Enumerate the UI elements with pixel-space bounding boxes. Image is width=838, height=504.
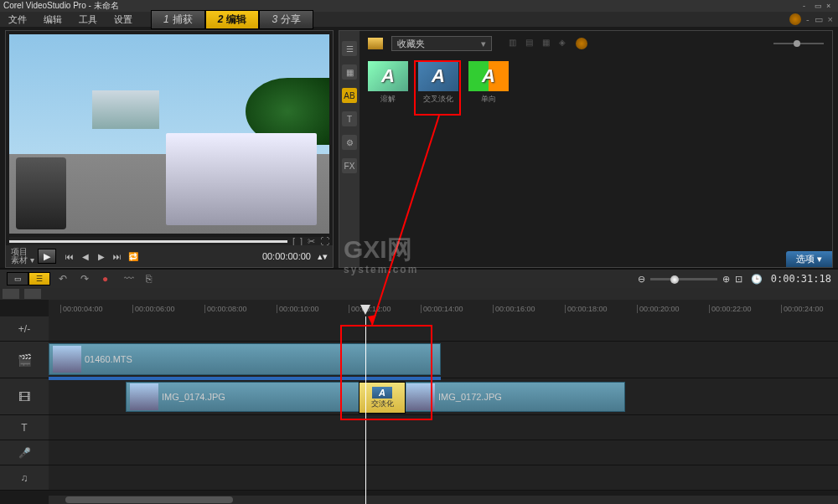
track-label-eye[interactable]: +/- bbox=[0, 316, 49, 342]
tl-hdr-btn-1[interactable] bbox=[3, 289, 19, 299]
timecode: 00:00:00:00 bbox=[262, 251, 311, 262]
goto-start-button[interactable]: ⏮ bbox=[63, 249, 76, 263]
folder-icon[interactable] bbox=[368, 38, 383, 49]
step-capture[interactable]: 1捕获 bbox=[151, 10, 205, 29]
filter-tab[interactable]: FX bbox=[342, 158, 357, 173]
max-icon[interactable]: ▭ bbox=[815, 2, 823, 10]
lib-gear-icon[interactable] bbox=[576, 38, 587, 49]
title-tab[interactable]: T bbox=[342, 111, 357, 126]
music-track[interactable] bbox=[49, 465, 838, 491]
goto-end-button[interactable]: ⏭ bbox=[111, 249, 124, 263]
video-track[interactable]: 01460.MTS bbox=[49, 342, 838, 378]
prev-frame-button[interactable]: ◀ bbox=[79, 249, 92, 263]
preview-panel: []✂⛶ 项目素材 ▾ ▶ ⏮ ◀ ▶ ⏭ 🔁 00:00:00:00▴▾ bbox=[5, 30, 334, 268]
audio-button[interactable]: 〰 bbox=[124, 273, 137, 285]
tl-hdr-btn-2[interactable] bbox=[24, 289, 41, 299]
app-title: Corel VideoStudio Pro - 未命名 bbox=[3, 0, 119, 12]
max2-icon[interactable]: ▭ bbox=[815, 14, 823, 25]
clip-video-label: 01460.MTS bbox=[85, 354, 132, 364]
lib-icon-2[interactable]: ▤ bbox=[525, 38, 537, 49]
media-tab[interactable]: ☰ bbox=[342, 41, 357, 56]
voice-track[interactable] bbox=[49, 440, 838, 465]
clip-ov2-label: IMG_0172.JPG bbox=[438, 392, 502, 402]
instant-tab[interactable]: ▦ bbox=[342, 64, 357, 80]
playhead[interactable] bbox=[365, 316, 366, 504]
menu-file[interactable]: 文件 bbox=[0, 13, 35, 26]
library-panel: ☰ ▦ AB T ⚙ FX 收藏夹 ▥ ▤ ▦ ◈ A溶解 bbox=[339, 30, 833, 268]
step-edit[interactable]: 2编辑 bbox=[205, 10, 260, 29]
h-scrollbar[interactable] bbox=[49, 496, 838, 504]
titlebar: Corel VideoStudio Pro - 未命名 - ▭ × bbox=[0, 0, 838, 12]
trans-thumb-single[interactable]: A单向 bbox=[468, 61, 509, 105]
tc-stepper[interactable]: ▴▾ bbox=[318, 251, 328, 262]
overlay-track[interactable]: IMG_0174.JPG IMG_0172.JPG A 交淡化 bbox=[49, 378, 838, 415]
clip-video[interactable]: 01460.MTS bbox=[49, 343, 441, 375]
scrub-bar[interactable]: []✂⛶ bbox=[9, 237, 329, 245]
storyboard-view-button[interactable]: ▭ bbox=[7, 272, 28, 285]
step-share[interactable]: 3分享 bbox=[259, 10, 313, 29]
repeat-button[interactable]: 🔁 bbox=[127, 249, 140, 263]
thumb-size-slider[interactable] bbox=[773, 43, 824, 44]
title-track[interactable] bbox=[49, 415, 838, 440]
timeline-view-button[interactable]: ☰ bbox=[28, 272, 50, 285]
project-duration: 0:00:31:18 bbox=[771, 273, 831, 285]
redo-button[interactable]: ↷ bbox=[80, 273, 94, 285]
step-tabs: 1捕获 2编辑 3分享 bbox=[151, 10, 313, 29]
gear-icon[interactable] bbox=[789, 13, 801, 25]
menubar: 文件 编辑 工具 设置 1捕获 2编辑 3分享 - ▭ × bbox=[0, 12, 838, 27]
zoom-slider[interactable] bbox=[650, 278, 717, 280]
zoom-out-button[interactable]: ⊖ bbox=[638, 274, 645, 285]
category-dropdown[interactable]: 收藏夹 bbox=[391, 36, 492, 51]
music-track-label[interactable]: ♫ bbox=[0, 465, 49, 491]
fit-button[interactable]: ⊡ bbox=[735, 274, 742, 285]
graphic-tab[interactable]: ⚙ bbox=[342, 135, 357, 150]
menu-settings[interactable]: 设置 bbox=[106, 13, 141, 26]
trans-thumb-dissolve[interactable]: A溶解 bbox=[368, 61, 408, 105]
min-icon[interactable]: - bbox=[803, 2, 811, 10]
options-button[interactable]: 选项 ▾ bbox=[786, 251, 832, 267]
preview-canvas[interactable] bbox=[9, 34, 329, 234]
batch-button[interactable]: ⎘ bbox=[146, 273, 159, 285]
record-button[interactable]: ● bbox=[102, 273, 116, 285]
trans-thumb-crossfade[interactable]: A交叉淡化 bbox=[418, 61, 458, 105]
clip-ov1-label: IMG_0174.JPG bbox=[162, 392, 225, 402]
lib-icon-1[interactable]: ▥ bbox=[509, 38, 520, 49]
clip-overlay-1[interactable]: IMG_0174.JPG bbox=[126, 382, 375, 412]
close2-icon[interactable]: × bbox=[828, 14, 833, 24]
voice-track-label[interactable]: 🎤 bbox=[0, 440, 49, 465]
clock-icon: 🕒 bbox=[751, 274, 763, 285]
zoom-in-button[interactable]: ⊕ bbox=[722, 274, 730, 285]
close-icon[interactable]: × bbox=[826, 2, 835, 10]
proj-label: 项目素材 ▾ bbox=[11, 248, 34, 265]
min2-icon[interactable]: - bbox=[806, 14, 810, 24]
menu-edit[interactable]: 编辑 bbox=[35, 13, 70, 26]
title-track-label[interactable]: T bbox=[0, 415, 49, 440]
undo-button[interactable]: ↶ bbox=[59, 273, 72, 285]
time-ruler[interactable]: 00:00:04:00 00:00:06:00 00:00:08:00 00:0… bbox=[49, 300, 838, 316]
lib-icon-3[interactable]: ▦ bbox=[542, 38, 554, 49]
menu-tools[interactable]: 工具 bbox=[70, 13, 106, 26]
lib-icon-4[interactable]: ◈ bbox=[559, 38, 571, 49]
clip-overlay-2[interactable]: IMG_0172.JPG bbox=[391, 382, 625, 412]
play-button[interactable]: ▶ bbox=[38, 249, 56, 264]
next-frame-button[interactable]: ▶ bbox=[95, 249, 108, 263]
transition-tab[interactable]: AB bbox=[342, 88, 357, 103]
video-track-label[interactable]: 🎬 bbox=[0, 342, 49, 378]
header-row bbox=[49, 316, 838, 342]
overlay-track-label[interactable]: 🎞 bbox=[0, 378, 49, 415]
